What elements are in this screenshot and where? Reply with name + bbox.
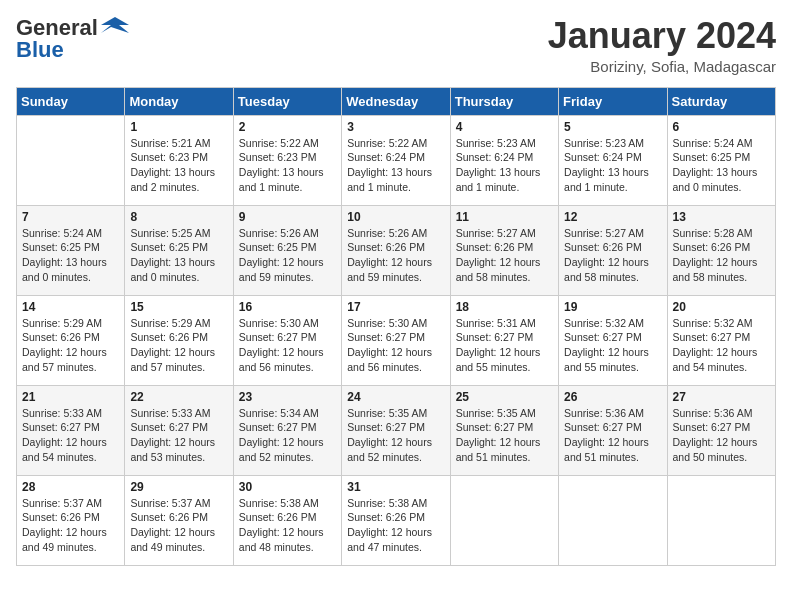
day-number: 1 <box>130 120 227 134</box>
calendar-cell: 10Sunrise: 5:26 AM Sunset: 6:26 PM Dayli… <box>342 205 450 295</box>
svg-marker-0 <box>101 17 129 33</box>
month-title: January 2024 <box>548 16 776 56</box>
calendar-cell <box>559 475 667 565</box>
weekday-header-monday: Monday <box>125 87 233 115</box>
day-number: 14 <box>22 300 119 314</box>
calendar-cell: 24Sunrise: 5:35 AM Sunset: 6:27 PM Dayli… <box>342 385 450 475</box>
weekday-header-thursday: Thursday <box>450 87 558 115</box>
weekday-header-friday: Friday <box>559 87 667 115</box>
day-number: 16 <box>239 300 336 314</box>
day-number: 15 <box>130 300 227 314</box>
day-detail: Sunrise: 5:24 AM Sunset: 6:25 PM Dayligh… <box>673 136 770 195</box>
calendar-cell: 22Sunrise: 5:33 AM Sunset: 6:27 PM Dayli… <box>125 385 233 475</box>
calendar-cell: 6Sunrise: 5:24 AM Sunset: 6:25 PM Daylig… <box>667 115 775 205</box>
day-number: 2 <box>239 120 336 134</box>
day-number: 9 <box>239 210 336 224</box>
day-number: 31 <box>347 480 444 494</box>
title-block: January 2024 Boriziny, Sofia, Madagascar <box>548 16 776 75</box>
day-number: 20 <box>673 300 770 314</box>
calendar-cell: 5Sunrise: 5:23 AM Sunset: 6:24 PM Daylig… <box>559 115 667 205</box>
day-detail: Sunrise: 5:32 AM Sunset: 6:27 PM Dayligh… <box>564 316 661 375</box>
calendar-cell: 14Sunrise: 5:29 AM Sunset: 6:26 PM Dayli… <box>17 295 125 385</box>
calendar-cell: 18Sunrise: 5:31 AM Sunset: 6:27 PM Dayli… <box>450 295 558 385</box>
day-detail: Sunrise: 5:29 AM Sunset: 6:26 PM Dayligh… <box>22 316 119 375</box>
day-number: 29 <box>130 480 227 494</box>
day-number: 10 <box>347 210 444 224</box>
calendar-cell: 17Sunrise: 5:30 AM Sunset: 6:27 PM Dayli… <box>342 295 450 385</box>
calendar-cell: 3Sunrise: 5:22 AM Sunset: 6:24 PM Daylig… <box>342 115 450 205</box>
day-detail: Sunrise: 5:36 AM Sunset: 6:27 PM Dayligh… <box>564 406 661 465</box>
calendar-cell: 15Sunrise: 5:29 AM Sunset: 6:26 PM Dayli… <box>125 295 233 385</box>
weekday-header-wednesday: Wednesday <box>342 87 450 115</box>
calendar-cell: 13Sunrise: 5:28 AM Sunset: 6:26 PM Dayli… <box>667 205 775 295</box>
calendar-cell: 12Sunrise: 5:27 AM Sunset: 6:26 PM Dayli… <box>559 205 667 295</box>
calendar-cell: 7Sunrise: 5:24 AM Sunset: 6:25 PM Daylig… <box>17 205 125 295</box>
calendar-cell: 9Sunrise: 5:26 AM Sunset: 6:25 PM Daylig… <box>233 205 341 295</box>
day-detail: Sunrise: 5:31 AM Sunset: 6:27 PM Dayligh… <box>456 316 553 375</box>
day-detail: Sunrise: 5:25 AM Sunset: 6:25 PM Dayligh… <box>130 226 227 285</box>
day-number: 12 <box>564 210 661 224</box>
calendar-cell: 30Sunrise: 5:38 AM Sunset: 6:26 PM Dayli… <box>233 475 341 565</box>
day-detail: Sunrise: 5:21 AM Sunset: 6:23 PM Dayligh… <box>130 136 227 195</box>
day-number: 27 <box>673 390 770 404</box>
day-number: 7 <box>22 210 119 224</box>
day-number: 18 <box>456 300 553 314</box>
day-detail: Sunrise: 5:38 AM Sunset: 6:26 PM Dayligh… <box>347 496 444 555</box>
day-number: 11 <box>456 210 553 224</box>
weekday-header-saturday: Saturday <box>667 87 775 115</box>
location: Boriziny, Sofia, Madagascar <box>548 58 776 75</box>
day-detail: Sunrise: 5:35 AM Sunset: 6:27 PM Dayligh… <box>456 406 553 465</box>
week-row-4: 21Sunrise: 5:33 AM Sunset: 6:27 PM Dayli… <box>17 385 776 475</box>
day-detail: Sunrise: 5:23 AM Sunset: 6:24 PM Dayligh… <box>456 136 553 195</box>
day-detail: Sunrise: 5:35 AM Sunset: 6:27 PM Dayligh… <box>347 406 444 465</box>
day-number: 5 <box>564 120 661 134</box>
calendar-cell: 19Sunrise: 5:32 AM Sunset: 6:27 PM Dayli… <box>559 295 667 385</box>
day-detail: Sunrise: 5:37 AM Sunset: 6:26 PM Dayligh… <box>130 496 227 555</box>
day-number: 13 <box>673 210 770 224</box>
calendar-cell: 2Sunrise: 5:22 AM Sunset: 6:23 PM Daylig… <box>233 115 341 205</box>
day-detail: Sunrise: 5:33 AM Sunset: 6:27 PM Dayligh… <box>130 406 227 465</box>
day-detail: Sunrise: 5:28 AM Sunset: 6:26 PM Dayligh… <box>673 226 770 285</box>
day-detail: Sunrise: 5:23 AM Sunset: 6:24 PM Dayligh… <box>564 136 661 195</box>
day-number: 22 <box>130 390 227 404</box>
day-detail: Sunrise: 5:34 AM Sunset: 6:27 PM Dayligh… <box>239 406 336 465</box>
day-number: 23 <box>239 390 336 404</box>
weekday-header-row: SundayMondayTuesdayWednesdayThursdayFrid… <box>17 87 776 115</box>
day-detail: Sunrise: 5:22 AM Sunset: 6:23 PM Dayligh… <box>239 136 336 195</box>
weekday-header-sunday: Sunday <box>17 87 125 115</box>
day-detail: Sunrise: 5:36 AM Sunset: 6:27 PM Dayligh… <box>673 406 770 465</box>
calendar-cell: 26Sunrise: 5:36 AM Sunset: 6:27 PM Dayli… <box>559 385 667 475</box>
day-number: 30 <box>239 480 336 494</box>
calendar-cell: 25Sunrise: 5:35 AM Sunset: 6:27 PM Dayli… <box>450 385 558 475</box>
calendar-cell: 27Sunrise: 5:36 AM Sunset: 6:27 PM Dayli… <box>667 385 775 475</box>
calendar-cell: 29Sunrise: 5:37 AM Sunset: 6:26 PM Dayli… <box>125 475 233 565</box>
day-detail: Sunrise: 5:33 AM Sunset: 6:27 PM Dayligh… <box>22 406 119 465</box>
calendar-cell: 21Sunrise: 5:33 AM Sunset: 6:27 PM Dayli… <box>17 385 125 475</box>
logo-bird-icon <box>101 15 129 37</box>
day-number: 6 <box>673 120 770 134</box>
calendar-cell: 28Sunrise: 5:37 AM Sunset: 6:26 PM Dayli… <box>17 475 125 565</box>
calendar-cell <box>450 475 558 565</box>
day-detail: Sunrise: 5:30 AM Sunset: 6:27 PM Dayligh… <box>239 316 336 375</box>
day-detail: Sunrise: 5:27 AM Sunset: 6:26 PM Dayligh… <box>564 226 661 285</box>
day-detail: Sunrise: 5:22 AM Sunset: 6:24 PM Dayligh… <box>347 136 444 195</box>
day-number: 3 <box>347 120 444 134</box>
day-detail: Sunrise: 5:26 AM Sunset: 6:25 PM Dayligh… <box>239 226 336 285</box>
week-row-1: 1Sunrise: 5:21 AM Sunset: 6:23 PM Daylig… <box>17 115 776 205</box>
calendar-cell: 4Sunrise: 5:23 AM Sunset: 6:24 PM Daylig… <box>450 115 558 205</box>
day-number: 4 <box>456 120 553 134</box>
day-detail: Sunrise: 5:27 AM Sunset: 6:26 PM Dayligh… <box>456 226 553 285</box>
calendar-cell <box>17 115 125 205</box>
logo: General Blue <box>16 16 129 62</box>
page-header: General Blue January 2024 Boriziny, Sofi… <box>16 16 776 75</box>
day-detail: Sunrise: 5:30 AM Sunset: 6:27 PM Dayligh… <box>347 316 444 375</box>
calendar-cell: 11Sunrise: 5:27 AM Sunset: 6:26 PM Dayli… <box>450 205 558 295</box>
calendar-cell: 1Sunrise: 5:21 AM Sunset: 6:23 PM Daylig… <box>125 115 233 205</box>
logo-blue: Blue <box>16 38 129 62</box>
day-number: 25 <box>456 390 553 404</box>
week-row-3: 14Sunrise: 5:29 AM Sunset: 6:26 PM Dayli… <box>17 295 776 385</box>
week-row-2: 7Sunrise: 5:24 AM Sunset: 6:25 PM Daylig… <box>17 205 776 295</box>
day-number: 28 <box>22 480 119 494</box>
calendar-cell: 16Sunrise: 5:30 AM Sunset: 6:27 PM Dayli… <box>233 295 341 385</box>
day-detail: Sunrise: 5:38 AM Sunset: 6:26 PM Dayligh… <box>239 496 336 555</box>
